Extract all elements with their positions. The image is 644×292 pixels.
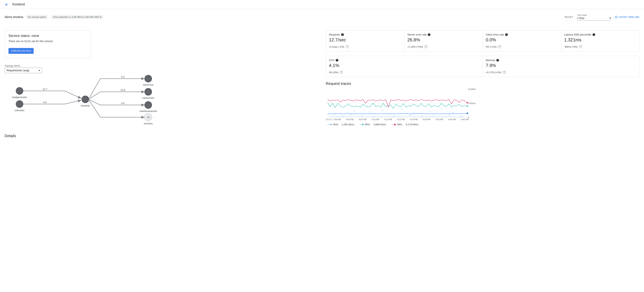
svg-point-52 (449, 114, 450, 116)
help-icon[interactable]: ? (503, 71, 506, 74)
svg-point-171 (460, 116, 461, 117)
svg-point-92 (371, 116, 372, 117)
legend-val: 3,888.53ms (373, 123, 386, 126)
svg-point-79 (356, 116, 357, 117)
svg-point-124 (407, 116, 408, 117)
help-icon[interactable]: ? (592, 33, 595, 36)
legend-marker: —■ (360, 123, 364, 126)
metrics-bottom-row: CPU? 4.1% 0% (0%)?Memory? 7.9% +0.17% (+… (326, 56, 640, 77)
svg-point-74 (350, 116, 352, 117)
legend-val: 6,179.84ms (406, 123, 418, 126)
svg-point-117 (399, 116, 400, 117)
node-checkoutservice[interactable]: ⋮⋮checkoutservice (140, 101, 157, 112)
svg-point-121 (404, 116, 404, 117)
svg-text:services: services (144, 122, 153, 125)
help-icon[interactable]: ? (428, 33, 430, 36)
node-frontend[interactable]: ⋮⋮frontend (81, 96, 90, 107)
svg-point-96 (375, 116, 376, 117)
svg-point-141 (426, 116, 427, 117)
help-icon[interactable]: ? (341, 33, 344, 36)
alerts-timeline-label: Alerts timeline (4, 16, 23, 19)
svg-point-164 (452, 116, 453, 117)
svg-point-40 (370, 112, 371, 113)
reset-button[interactable]: RESET (564, 16, 573, 19)
svg-text:⋮⋮: ⋮⋮ (18, 90, 22, 92)
svg-point-149 (435, 116, 436, 117)
legend-item: —■ 95%: 3,888.53ms (360, 123, 386, 126)
node-adservice[interactable]: ⋮⋮adservice (143, 75, 154, 86)
svg-point-118 (400, 116, 401, 117)
svg-point-158 (445, 116, 446, 117)
svg-point-58 (332, 116, 334, 117)
metric-card: Requests? 12.7/sec -0.1/sec (-1%)? (326, 31, 404, 51)
svg-text:4:15 PM: 4:15 PM (384, 118, 392, 121)
svg-point-115 (397, 116, 398, 117)
svg-text:4:00 PM: 4:00 PM (346, 118, 354, 121)
help-icon[interactable]: ? (340, 71, 343, 74)
svg-point-106 (387, 116, 388, 117)
svg-point-71 (347, 116, 348, 117)
svg-point-104 (384, 116, 385, 117)
metric-label: Requests (329, 33, 340, 36)
svg-text:⋮⋮: ⋮⋮ (146, 91, 150, 93)
back-arrow-icon[interactable] (3, 1, 10, 8)
svg-text:+5: +5 (147, 116, 150, 119)
svg-text:4:25 PM: 4:25 PM (410, 118, 418, 121)
help-icon[interactable]: ? (505, 33, 508, 36)
node-more-services[interactable]: +5services (144, 113, 153, 125)
metric-delta: 0% (0%) (329, 71, 338, 74)
svg-point-91 (370, 116, 371, 117)
svg-point-46 (409, 114, 411, 116)
help-icon[interactable]: ? (579, 45, 582, 48)
svg-point-138 (423, 116, 424, 117)
metric-card: CPU? 4.1% 0% (0%)? (326, 56, 483, 77)
svg-point-134 (418, 116, 419, 117)
svg-point-89 (368, 116, 368, 117)
svg-point-142 (427, 116, 428, 117)
svg-point-32 (467, 112, 468, 114)
svg-point-107 (388, 116, 389, 117)
timespan-select[interactable]: Time Span 1 hour ▾ (577, 14, 611, 21)
svg-point-166 (454, 116, 455, 117)
svg-point-102 (382, 116, 383, 117)
svg-point-81 (358, 116, 360, 117)
svg-point-57 (332, 116, 332, 117)
svg-point-111 (392, 116, 393, 117)
topology-metric-select[interactable]: Requests/sec (avg) ▾ (4, 68, 42, 73)
request-traces-title: Request traces (326, 81, 640, 86)
create-slo-button[interactable]: CREATE AN SLO (8, 48, 34, 54)
metric-label: CPU (329, 59, 334, 62)
svg-point-97 (376, 116, 378, 117)
svg-point-93 (372, 116, 373, 117)
svg-point-123 (406, 116, 407, 117)
service-status-title: Service status: none (8, 34, 87, 38)
time-selection-pill: Time selection is 3:46 PM to 4:46 PM GMT… (50, 15, 104, 19)
svg-point-170 (459, 116, 460, 117)
svg-text:10.6: 10.6 (120, 89, 125, 91)
svg-point-101 (381, 116, 382, 117)
svg-point-42 (381, 109, 383, 111)
svg-point-163 (451, 116, 452, 117)
node-loadgenerator[interactable]: ⋮⋮loadgenerator (12, 87, 27, 99)
svg-point-133 (417, 116, 418, 117)
timespan-value: 1 hour (577, 17, 585, 20)
node-unknown[interactable]: ⋮⋮unknown (15, 100, 24, 112)
svg-point-85 (363, 116, 364, 117)
metric-label: Latency 50th percentile (564, 33, 592, 36)
help-icon[interactable]: ? (496, 59, 499, 62)
svg-point-128 (412, 116, 412, 117)
svg-point-139 (424, 116, 425, 117)
metric-label: Memory (486, 59, 496, 62)
show-timeline-button[interactable]: SHOW TIMELINE (615, 16, 640, 19)
svg-point-156 (443, 116, 444, 117)
help-icon[interactable]: ? (424, 45, 428, 48)
svg-point-153 (440, 116, 440, 117)
svg-point-131 (415, 116, 416, 117)
help-icon[interactable]: ? (336, 59, 338, 62)
help-icon[interactable]: ? (346, 45, 349, 48)
node-cartservice[interactable]: ⋮⋮cartservice (142, 88, 154, 99)
dropdown-icon: ▾ (39, 69, 40, 72)
svg-point-169 (458, 116, 458, 117)
svg-point-70 (346, 116, 347, 117)
help-icon[interactable]: ? (498, 45, 501, 48)
